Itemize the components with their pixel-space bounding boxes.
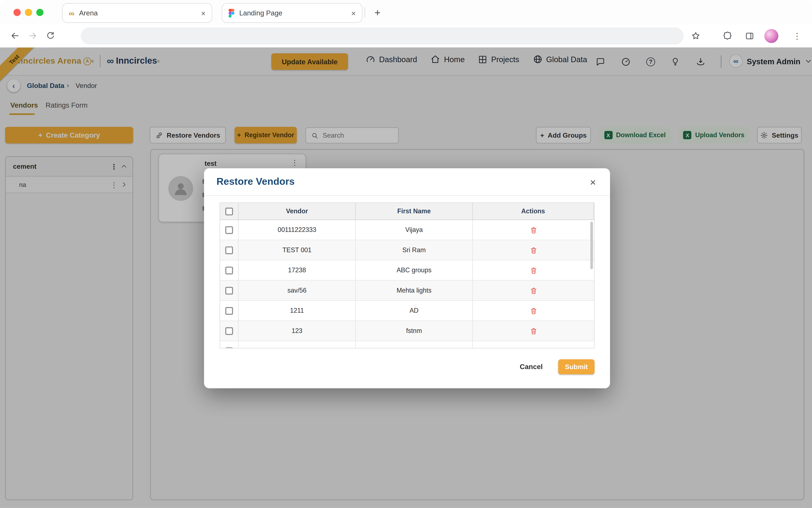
restore-vendors-modal: Restore Vendors × Vendor First Name Acti… [204, 168, 610, 388]
column-header-vendor: Vendor [239, 203, 356, 219]
row-checkbox[interactable] [225, 327, 233, 335]
vendor-cell: 17238 [239, 260, 356, 280]
extensions-puzzle-icon[interactable] [719, 27, 736, 44]
delete-icon[interactable] [529, 347, 537, 349]
browser-tab-landing-page[interactable]: Landing Page × [221, 3, 362, 23]
modal-close-icon[interactable]: × [586, 175, 600, 189]
row-checkbox[interactable] [225, 226, 233, 234]
vendor-cell: 00111222333 [239, 220, 356, 240]
row-checkbox[interactable] [225, 307, 233, 314]
delete-icon[interactable] [529, 246, 537, 255]
table-row: ASDD AK ENT [220, 341, 594, 348]
select-all-checkbox[interactable] [225, 207, 233, 215]
new-tab-button[interactable]: + [371, 6, 384, 19]
first-name-cell: Vijaya [356, 220, 473, 240]
modal-title: Restore Vendors [216, 176, 295, 187]
side-panel-icon[interactable] [740, 27, 758, 44]
browser-tab-strip: ∞ Arena × Landing Page × + [0, 0, 812, 24]
table-row: 123 fstnm [220, 321, 594, 341]
first-name-cell: Sri Ram [356, 240, 473, 260]
bookmark-star-icon[interactable] [687, 27, 704, 44]
traffic-light-zoom[interactable] [36, 9, 43, 16]
column-header-actions: Actions [473, 203, 594, 219]
vendor-cell: sav/56 [239, 281, 356, 300]
browser-tab-arena[interactable]: ∞ Arena × [62, 3, 212, 23]
delete-icon[interactable] [529, 266, 537, 275]
vendor-cell: ASDD [239, 341, 356, 348]
vendor-cell: 123 [239, 321, 356, 341]
table-header-row: Vendor First Name Actions [220, 203, 594, 220]
address-bar[interactable] [81, 28, 684, 45]
table-row: 00111222333 Vijaya [220, 220, 594, 240]
delete-icon[interactable] [529, 286, 537, 295]
browser-window: ∞ Arena × Landing Page × + [0, 0, 812, 508]
table-row: TEST 001 Sri Ram [220, 240, 594, 260]
tab-close-icon[interactable]: × [201, 8, 206, 17]
tab-separator [365, 7, 365, 17]
row-checkbox[interactable] [225, 266, 233, 274]
modal-header: Restore Vendors × [204, 168, 610, 196]
forward-button[interactable] [24, 27, 41, 44]
tab-label: Landing Page [239, 9, 347, 17]
table-scrollbar-thumb[interactable] [591, 221, 593, 269]
delete-icon[interactable] [529, 327, 537, 335]
browser-toolbar: ⋮ [0, 24, 812, 48]
row-checkbox[interactable] [225, 287, 233, 294]
restore-vendors-table: Vendor First Name Actions 00111222333 Vi… [219, 203, 595, 349]
delete-icon[interactable] [529, 225, 537, 235]
row-checkbox[interactable] [225, 246, 233, 254]
inncircles-favicon-icon: ∞ [69, 8, 74, 17]
figma-favicon-icon [229, 8, 235, 17]
app-viewport: Inncircles Arena A ® ∞ Inncircles ® Upda… [0, 48, 812, 508]
browser-menu-icon[interactable]: ⋮ [788, 27, 806, 44]
profile-avatar[interactable] [764, 29, 778, 43]
traffic-light-close[interactable] [13, 9, 21, 16]
first-name-cell: fstnm [356, 321, 473, 341]
first-name-cell: Mehta lights [356, 281, 473, 300]
table-row: sav/56 Mehta lights [220, 281, 594, 301]
traffic-light-minimize[interactable] [25, 9, 32, 16]
first-name-cell: AK ENT [356, 341, 473, 348]
vendor-cell: 1211 [239, 301, 356, 321]
column-header-first-name: First Name [356, 203, 473, 219]
tab-label: Arena [79, 9, 196, 17]
cancel-button[interactable]: Cancel [520, 363, 542, 371]
table-row: 17238 ABC groups [220, 260, 594, 281]
row-checkbox[interactable] [225, 347, 233, 348]
table-row: 1211 AD [220, 301, 594, 321]
first-name-cell: ABC groups [356, 260, 473, 280]
first-name-cell: AD [356, 301, 473, 321]
vendor-cell: TEST 001 [239, 240, 356, 260]
reload-button[interactable] [41, 27, 59, 44]
back-button[interactable] [6, 27, 24, 44]
delete-icon[interactable] [529, 306, 537, 315]
table-body: 00111222333 Vijaya TEST 001 Sri Ram 1723… [220, 220, 594, 348]
modal-footer: Cancel Submit [520, 359, 595, 374]
submit-button[interactable]: Submit [558, 359, 595, 374]
tab-close-icon[interactable]: × [351, 8, 356, 17]
